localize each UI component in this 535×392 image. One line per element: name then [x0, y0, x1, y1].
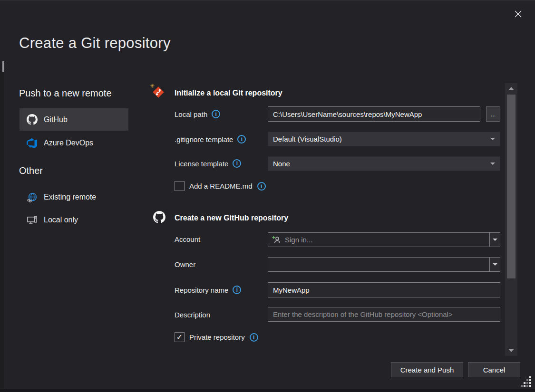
account-value: Sign in... — [281, 236, 312, 244]
arrow-down-icon — [508, 349, 514, 352]
other-heading: Other — [19, 165, 43, 176]
gitignore-label-row: .gitignore template — [175, 135, 246, 143]
close-button[interactable] — [510, 7, 526, 22]
local-path-input[interactable] — [268, 106, 480, 122]
license-selected-value: None — [273, 160, 290, 168]
repo-name-label: Repository name — [175, 286, 228, 294]
new-sparkle-icon: ✳ — [150, 83, 155, 89]
gitignore-selected-value: Default (VisualStudio) — [273, 135, 342, 143]
push-remote-heading: Push to a new remote — [19, 88, 112, 99]
github-section-heading: Create a new GitHub repository — [175, 214, 288, 222]
local-path-label-row: Local path — [175, 110, 220, 118]
readme-label: Add a README.md — [189, 182, 253, 190]
close-icon — [515, 10, 522, 19]
azure-devops-icon — [26, 137, 38, 149]
sidebar-item-label: Local only — [44, 216, 78, 224]
repo-name-input[interactable] — [268, 282, 500, 297]
readme-checkbox-row: Add a README.md — [175, 181, 266, 191]
scroll-down-button[interactable] — [505, 346, 517, 354]
license-label: License template — [175, 160, 228, 168]
private-checkbox-row: Private repository — [175, 332, 258, 342]
sidebar-item-label: GitHub — [44, 115, 68, 124]
local-path-label: Local path — [175, 110, 207, 118]
account-combobox[interactable]: Sign in... — [268, 232, 500, 247]
sidebar-item-azure-devops[interactable]: Azure DevOps — [19, 134, 128, 153]
info-icon[interactable] — [212, 110, 220, 118]
info-icon[interactable] — [250, 333, 258, 342]
init-section-heading: Initialize a local Git repository — [175, 89, 282, 97]
account-label: Account — [175, 235, 200, 243]
new-git-repo-icon: ✳ — [151, 85, 166, 100]
repo-name-label-row: Repository name — [175, 286, 241, 294]
chevron-down-icon — [490, 138, 495, 140]
github-icon — [26, 114, 38, 125]
add-user-icon — [272, 236, 281, 244]
sidebar-item-label: Azure DevOps — [44, 139, 93, 147]
owner-combobox[interactable] — [268, 257, 500, 272]
background-scrollbar-thumb — [2, 61, 4, 72]
sidebar-item-github[interactable]: GitHub — [19, 108, 128, 131]
private-repository-label: Private repository — [189, 333, 245, 341]
scroll-up-button[interactable] — [505, 85, 517, 93]
private-repository-checkbox[interactable] — [175, 332, 185, 342]
background-window-bottom — [0, 389, 535, 392]
chevron-down-icon — [493, 239, 497, 241]
readme-checkbox[interactable] — [175, 181, 185, 191]
chevron-down-icon — [490, 163, 495, 165]
create-git-repository-dialog: Create a Git repository Push to a new re… — [0, 0, 535, 392]
owner-dropdown-button[interactable] — [489, 258, 500, 271]
gitignore-label: .gitignore template — [175, 135, 233, 143]
gitignore-dropdown[interactable]: Default (VisualStudio) — [268, 132, 500, 146]
create-and-push-button[interactable]: Create and Push — [391, 362, 463, 377]
info-icon[interactable] — [237, 135, 246, 143]
license-dropdown[interactable]: None — [268, 156, 500, 171]
computer-icon — [26, 214, 38, 226]
scrollbar-thumb[interactable] — [507, 95, 516, 278]
info-icon[interactable] — [233, 159, 241, 168]
globe-link-icon — [26, 191, 38, 203]
info-icon[interactable] — [257, 182, 266, 191]
github-icon — [153, 211, 165, 223]
description-input[interactable] — [268, 307, 500, 322]
vertical-scrollbar[interactable] — [505, 83, 517, 356]
sidebar-item-local-only[interactable]: Local only — [19, 210, 128, 229]
sidebar-item-existing-remote[interactable]: Existing remote — [19, 188, 128, 207]
sidebar-item-label: Existing remote — [44, 193, 96, 201]
owner-label: Owner — [175, 260, 195, 268]
account-dropdown-button[interactable] — [489, 233, 500, 247]
license-label-row: License template — [175, 159, 241, 168]
cancel-button[interactable]: Cancel — [468, 362, 520, 377]
background-window-border — [4, 62, 4, 389]
info-icon[interactable] — [233, 286, 241, 294]
description-label: Description — [175, 311, 210, 319]
arrow-up-icon — [508, 87, 514, 90]
resize-grip[interactable] — [520, 376, 533, 390]
dialog-title: Create a Git repository — [19, 35, 171, 52]
chevron-down-icon — [493, 263, 497, 266]
browse-button[interactable]: ... — [486, 106, 500, 122]
